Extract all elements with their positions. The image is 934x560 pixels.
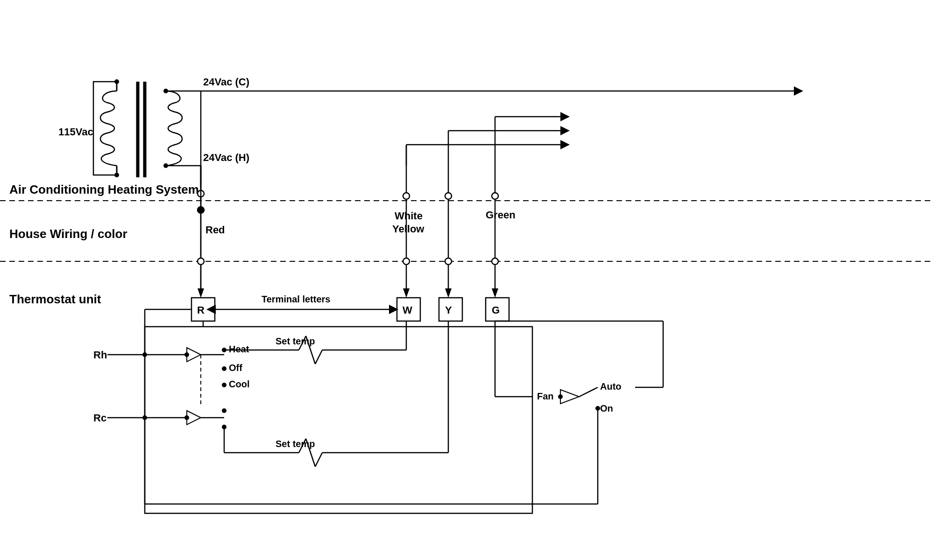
wire-white-label: White xyxy=(395,210,423,222)
label-115vac: 115Vac xyxy=(58,126,93,138)
svg-point-68 xyxy=(222,366,226,371)
label-24vac-h: 24Vac (H) xyxy=(203,152,249,163)
terminal-letters-label: Terminal letters xyxy=(262,294,330,304)
svg-point-35 xyxy=(445,258,452,265)
svg-point-33 xyxy=(445,193,452,199)
label-24vac-c: 24Vac (C) xyxy=(203,76,249,88)
svg-point-42 xyxy=(492,258,498,265)
wire-yellow-label: Yellow xyxy=(392,223,425,235)
terminal-r-label: R xyxy=(197,304,205,316)
terminal-g-label: G xyxy=(492,304,500,316)
mode-cool-label: Cool xyxy=(229,379,249,389)
fan-on-label: On xyxy=(600,403,613,413)
svg-point-84 xyxy=(222,408,226,413)
svg-point-28 xyxy=(403,258,410,265)
wire-red-label: Red xyxy=(205,224,225,236)
svg-point-26 xyxy=(403,193,410,199)
mode-off-label: Off xyxy=(229,363,242,373)
rc-label: Rc xyxy=(93,412,106,424)
svg-point-69 xyxy=(222,383,226,387)
svg-rect-0 xyxy=(0,0,934,560)
fan-label: Fan xyxy=(537,391,554,401)
mode-heat-label: Heat xyxy=(229,344,249,354)
section-thermostat-label: Thermostat unit xyxy=(9,292,101,306)
svg-point-40 xyxy=(492,193,498,199)
terminal-w-label: W xyxy=(403,304,412,316)
section-house-label: House Wiring / color xyxy=(9,227,127,241)
svg-point-21 xyxy=(198,258,204,265)
rh-label: Rh xyxy=(93,349,107,361)
wire-green-label: Green xyxy=(486,209,516,221)
terminal-y-label: Y xyxy=(445,304,452,316)
fan-auto-label: Auto xyxy=(600,381,622,392)
section-ac-label: Air Conditioning Heating System xyxy=(9,182,199,196)
